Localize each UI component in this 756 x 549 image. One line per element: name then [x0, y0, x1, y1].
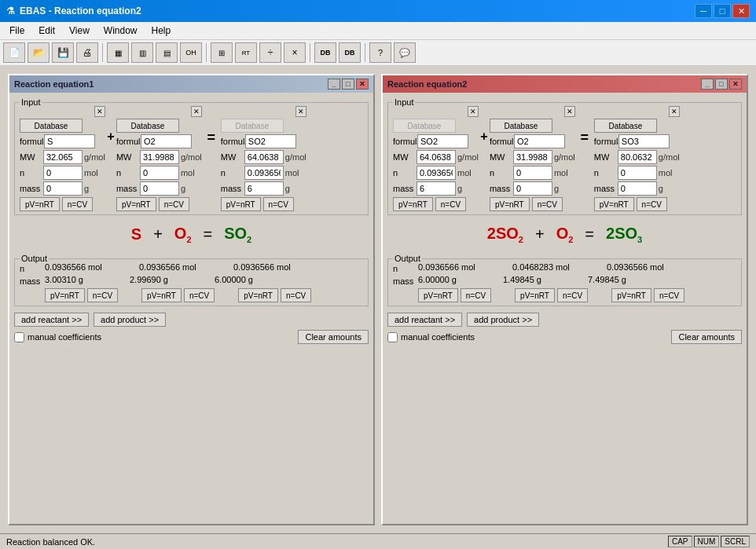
- r1-manual-checkbox[interactable]: [14, 332, 24, 342]
- r2-s3-formula-input[interactable]: [618, 134, 670, 148]
- menu-file[interactable]: File: [3, 24, 31, 38]
- r1-add-reactant[interactable]: add reactant >>: [14, 313, 89, 327]
- tb-db2[interactable]: DB: [339, 42, 361, 63]
- tb-grid1[interactable]: ▦: [107, 42, 129, 63]
- r2-s2-ncv[interactable]: n=CV: [532, 197, 563, 211]
- r1-s1-close[interactable]: ✕: [94, 106, 105, 117]
- new-button[interactable]: 📄: [3, 42, 25, 63]
- r1-s3-mass-input[interactable]: [244, 181, 284, 196]
- r1-s2-close[interactable]: ✕: [191, 106, 202, 117]
- r2-s2-db-button[interactable]: Database: [490, 119, 552, 133]
- r1-s3-formula-input[interactable]: [245, 134, 296, 148]
- r2-out-s2-ncv[interactable]: n=CV: [557, 288, 588, 302]
- r2-s1-n-input[interactable]: [417, 166, 456, 180]
- maximize-button[interactable]: □: [714, 4, 731, 18]
- r1-s2-ncv[interactable]: n=CV: [159, 197, 189, 211]
- minimize-button[interactable]: ─: [695, 4, 712, 18]
- r1-s1-mw-input[interactable]: [43, 150, 83, 164]
- r1-s3-n-input[interactable]: [244, 166, 284, 180]
- r2-clear-amounts[interactable]: Clear amounts: [671, 330, 742, 344]
- r1-s1-db-button[interactable]: Database: [20, 119, 83, 133]
- reaction2-minimize[interactable]: _: [701, 79, 714, 90]
- r1-out-s3-ncv[interactable]: n=CV: [281, 288, 311, 302]
- r2-add-product[interactable]: add product >>: [467, 313, 539, 327]
- r1-s2-db-button[interactable]: Database: [116, 119, 179, 133]
- tb-db1[interactable]: DB: [314, 42, 336, 63]
- r2-s3-pvnrt[interactable]: pV=nRT: [594, 197, 634, 211]
- r2-s2-n-input[interactable]: [513, 166, 552, 180]
- r2-s2-mass-input[interactable]: [513, 181, 552, 196]
- r2-s3-mw-input[interactable]: [618, 150, 657, 164]
- r2-s1-ncv[interactable]: n=CV: [435, 197, 466, 211]
- r1-out-s2-ncv[interactable]: n=CV: [184, 288, 215, 302]
- close-button[interactable]: ✕: [732, 4, 750, 18]
- tb-calc1[interactable]: ⊞: [211, 42, 233, 63]
- r2-s1-mw-input[interactable]: [417, 150, 456, 164]
- r1-s2-pvnrt[interactable]: pV=nRT: [116, 197, 156, 211]
- menu-edit[interactable]: Edit: [32, 24, 61, 38]
- r2-s3-close[interactable]: ✕: [669, 106, 680, 117]
- r2-s2-mw-input[interactable]: [513, 150, 552, 164]
- r2-s1-pvnrt[interactable]: pV=nRT: [393, 197, 433, 211]
- r2-s1-mass-input[interactable]: [417, 181, 456, 196]
- r1-s1-ncv[interactable]: n=CV: [62, 197, 93, 211]
- r2-s2-close[interactable]: ✕: [564, 106, 575, 117]
- r1-s1-formula-input[interactable]: [44, 134, 95, 148]
- r1-s2-formula-label: formula: [116, 137, 138, 146]
- r2-out-s3-ncv[interactable]: n=CV: [654, 288, 684, 302]
- r1-s3-db-button[interactable]: Database: [221, 119, 284, 133]
- r2-s3-n-input[interactable]: [618, 166, 657, 180]
- save-button[interactable]: 💾: [52, 42, 74, 63]
- r1-add-product[interactable]: add product >>: [94, 313, 166, 327]
- reaction1-maximize[interactable]: □: [342, 79, 354, 90]
- tb-grid3[interactable]: ▤: [156, 42, 178, 63]
- r1-s3-ncv[interactable]: n=CV: [263, 197, 294, 211]
- menu-help[interactable]: Help: [145, 24, 178, 38]
- r2-s1-close[interactable]: ✕: [468, 106, 479, 117]
- reaction1-close[interactable]: ✕: [356, 79, 369, 90]
- print-button[interactable]: 🖨: [76, 42, 98, 63]
- r2-s3-db-button[interactable]: Database: [594, 119, 657, 133]
- r2-s2-formula-input[interactable]: [514, 134, 565, 148]
- tb-grid2[interactable]: ▥: [131, 42, 153, 63]
- tb-oh[interactable]: OH: [180, 42, 202, 63]
- r1-s3-mw-input[interactable]: [244, 150, 284, 164]
- r1-s1-mass-input[interactable]: [43, 181, 83, 196]
- r2-out-s3-pvnrt[interactable]: pV=nRT: [611, 288, 651, 302]
- tb-chat[interactable]: 💬: [394, 42, 416, 63]
- r2-s1-formula-input[interactable]: [417, 134, 468, 148]
- r1-out-s3-pvnrt[interactable]: pV=nRT: [238, 288, 278, 302]
- r1-out-s1-ncv[interactable]: n=CV: [87, 288, 118, 302]
- r1-out-s2-pvnrt[interactable]: pV=nRT: [141, 288, 182, 302]
- r2-s3-ncv[interactable]: n=CV: [637, 197, 667, 211]
- r1-clear-amounts[interactable]: Clear amounts: [298, 330, 369, 344]
- tb-help[interactable]: ?: [369, 42, 391, 63]
- reaction2-close[interactable]: ✕: [729, 79, 742, 90]
- r2-manual-checkbox[interactable]: [387, 332, 398, 342]
- r1-s3-pvnrt[interactable]: pV=nRT: [221, 197, 261, 211]
- r1-s1-pvnrt[interactable]: pV=nRT: [20, 197, 60, 211]
- tb-div[interactable]: ÷: [259, 42, 281, 63]
- r1-out-s1-pvnrt[interactable]: pV=nRT: [45, 288, 85, 302]
- r2-add-reactant[interactable]: add reactant >>: [387, 313, 462, 327]
- r1-s2-mass-input[interactable]: [140, 181, 179, 196]
- r2-s3-mass-input[interactable]: [618, 181, 657, 196]
- r1-s3-close[interactable]: ✕: [295, 106, 306, 117]
- menu-view[interactable]: View: [63, 24, 96, 38]
- tb-rt[interactable]: RT: [235, 42, 257, 63]
- tb-mult[interactable]: ×: [284, 42, 306, 63]
- r2-s1-db-button[interactable]: Database: [393, 119, 456, 133]
- r2-out-s2-pvnrt[interactable]: pV=nRT: [515, 288, 555, 302]
- r2-out-s1-ncv[interactable]: n=CV: [461, 288, 491, 302]
- r2-out-s1-pvnrt[interactable]: pV=nRT: [418, 288, 458, 302]
- r1-s2-formula-input[interactable]: [141, 134, 192, 148]
- r2-s2-pvnrt[interactable]: pV=nRT: [490, 197, 530, 211]
- reaction1-minimize[interactable]: _: [328, 79, 340, 90]
- r1-s2-mw-input[interactable]: [140, 150, 179, 164]
- r1-s1-n-input[interactable]: [43, 166, 83, 180]
- open-button[interactable]: 📂: [28, 42, 50, 63]
- reaction1-output-label: Output: [20, 254, 49, 263]
- reaction2-maximize[interactable]: □: [715, 79, 728, 90]
- r1-s2-n-input[interactable]: [140, 166, 179, 180]
- menu-window[interactable]: Window: [97, 24, 144, 38]
